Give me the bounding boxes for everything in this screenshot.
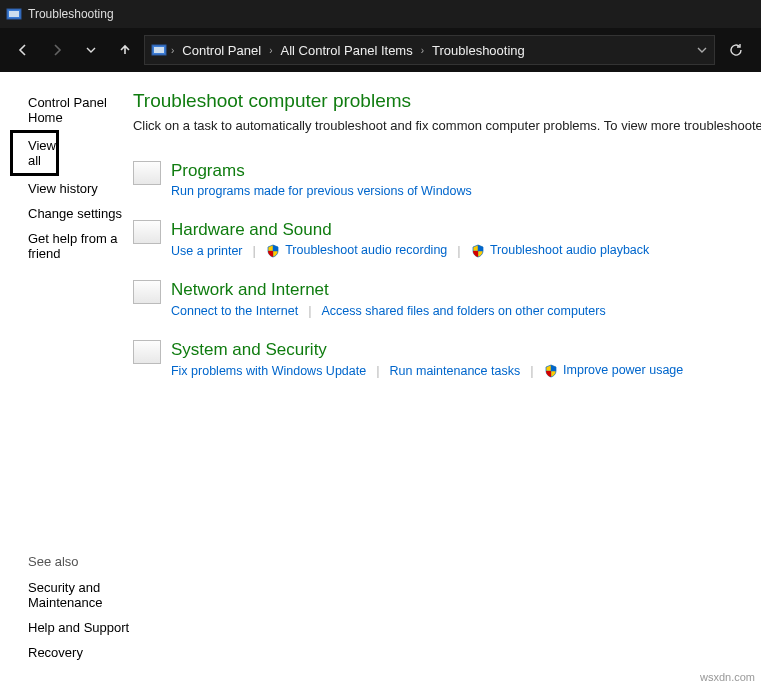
location-icon (151, 42, 167, 58)
see-also-section: See also Security and Maintenance Help a… (0, 554, 133, 689)
sidebar: Control Panel Home View all View history… (0, 72, 133, 689)
category: Network and InternetConnect to the Inter… (133, 280, 761, 318)
breadcrumb-crumb[interactable]: Control Panel (178, 41, 265, 60)
category-links: Use a printer| Troubleshoot audio record… (171, 243, 761, 258)
arrow-right-icon (49, 42, 65, 58)
sidebar-item-change-settings[interactable]: Change settings (0, 201, 133, 226)
shield-icon (471, 244, 485, 258)
arrow-left-icon (15, 42, 31, 58)
shield-icon (544, 364, 558, 378)
see-also-item[interactable]: Help and Support (0, 615, 133, 640)
refresh-button[interactable] (719, 35, 753, 65)
see-also-header: See also (0, 554, 133, 575)
sidebar-item-get-help[interactable]: Get help from a friend (0, 226, 133, 266)
category-title[interactable]: Network and Internet (171, 280, 761, 300)
category-icon (133, 340, 161, 364)
address-bar[interactable]: › Control Panel › All Control Panel Item… (144, 35, 715, 65)
troubleshooter-link[interactable]: Connect to the Internet (171, 304, 298, 318)
divider: | (530, 363, 533, 378)
chevron-right-icon: › (269, 45, 272, 56)
recent-dropdown[interactable] (76, 35, 106, 65)
page-description: Click on a task to automatically trouble… (133, 118, 761, 133)
breadcrumb-crumb[interactable]: Troubleshooting (428, 41, 529, 60)
chevron-down-icon[interactable] (696, 44, 708, 56)
divider: | (376, 363, 379, 378)
category-icon (133, 220, 161, 244)
watermark: wsxdn.com (700, 671, 755, 683)
troubleshooter-link[interactable]: Fix problems with Windows Update (171, 364, 366, 378)
forward-button[interactable] (42, 35, 72, 65)
see-also-item[interactable]: Security and Maintenance (0, 575, 133, 615)
category-title[interactable]: Programs (171, 161, 761, 181)
sidebar-item-home[interactable]: Control Panel Home (0, 90, 133, 130)
refresh-icon (728, 42, 744, 58)
up-button[interactable] (110, 35, 140, 65)
divider: | (308, 303, 311, 318)
sidebar-item-view-history[interactable]: View history (0, 176, 133, 201)
category-links: Connect to the Internet|Access shared fi… (171, 303, 761, 318)
page-heading: Troubleshoot computer problems (133, 90, 761, 112)
chevron-right-icon: › (171, 45, 174, 56)
divider: | (457, 243, 460, 258)
back-button[interactable] (8, 35, 38, 65)
svg-rect-3 (154, 47, 164, 53)
navbar: › Control Panel › All Control Panel Item… (0, 28, 761, 72)
app-icon (6, 6, 22, 22)
main-panel: Troubleshoot computer problems Click on … (133, 72, 761, 689)
category-icon (133, 280, 161, 304)
titlebar: Troubleshooting (0, 0, 761, 28)
window-title: Troubleshooting (28, 7, 114, 21)
troubleshooter-link[interactable]: Troubleshoot audio playback (471, 243, 650, 258)
divider: | (253, 243, 256, 258)
category-icon (133, 161, 161, 185)
category: System and SecurityFix problems with Win… (133, 340, 761, 378)
troubleshooter-link[interactable]: Improve power usage (544, 363, 684, 378)
shield-icon (266, 244, 280, 258)
arrow-up-icon (117, 42, 133, 58)
category-links: Fix problems with Windows Update|Run mai… (171, 363, 761, 378)
troubleshooter-link[interactable]: Use a printer (171, 244, 243, 258)
see-also-item[interactable]: Recovery (0, 640, 133, 665)
category: Hardware and SoundUse a printer| Trouble… (133, 220, 761, 258)
troubleshooter-link[interactable]: Access shared files and folders on other… (322, 304, 606, 318)
svg-rect-1 (9, 11, 19, 17)
chevron-right-icon: › (421, 45, 424, 56)
chevron-down-icon (85, 44, 97, 56)
troubleshooter-link[interactable]: Run programs made for previous versions … (171, 184, 472, 198)
sidebar-item-view-all[interactable]: View all (10, 130, 59, 176)
category-links: Run programs made for previous versions … (171, 184, 761, 198)
breadcrumb-crumb[interactable]: All Control Panel Items (276, 41, 416, 60)
category-title[interactable]: Hardware and Sound (171, 220, 761, 240)
troubleshooter-link[interactable]: Run maintenance tasks (390, 364, 521, 378)
category-title[interactable]: System and Security (171, 340, 761, 360)
category: ProgramsRun programs made for previous v… (133, 161, 761, 198)
troubleshooter-link[interactable]: Troubleshoot audio recording (266, 243, 447, 258)
